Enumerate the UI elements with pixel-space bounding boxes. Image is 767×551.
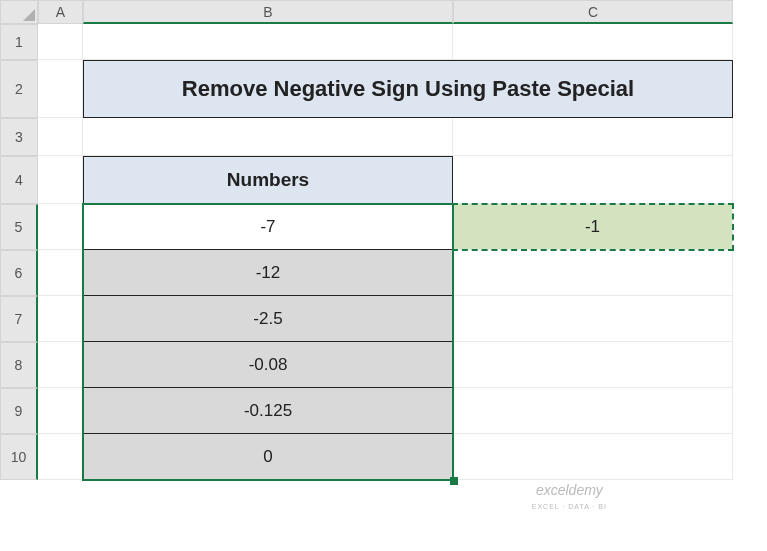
cell-C8[interactable] <box>453 342 733 388</box>
cell-A3[interactable] <box>38 118 83 156</box>
cell-B1[interactable] <box>83 24 453 60</box>
row-header-9[interactable]: 9 <box>0 388 38 434</box>
cell-A1[interactable] <box>38 24 83 60</box>
cell-B10[interactable]: 0 <box>83 434 453 480</box>
row-header-1[interactable]: 1 <box>0 24 38 60</box>
cell-B5[interactable]: -7 <box>83 204 453 250</box>
cell-C4[interactable] <box>453 156 733 204</box>
cell-C7[interactable] <box>453 296 733 342</box>
col-header-C[interactable]: C <box>453 0 733 24</box>
cell-B3[interactable] <box>83 118 453 156</box>
row-header-8[interactable]: 8 <box>0 342 38 388</box>
col-header-B[interactable]: B <box>83 0 453 24</box>
row-header-10[interactable]: 10 <box>0 434 38 480</box>
spreadsheet-grid: A B C 1 2 Remove Negative Sign Using Pas… <box>0 0 767 480</box>
row-header-6[interactable]: 6 <box>0 250 38 296</box>
row-header-7[interactable]: 7 <box>0 296 38 342</box>
cell-A6[interactable] <box>38 250 83 296</box>
cell-C3[interactable] <box>453 118 733 156</box>
cell-B9[interactable]: -0.125 <box>83 388 453 434</box>
row-header-2[interactable]: 2 <box>0 60 38 118</box>
cell-A5[interactable] <box>38 204 83 250</box>
cell-C10[interactable] <box>453 434 733 480</box>
watermark-sub: EXCEL · DATA · BI <box>532 503 607 510</box>
title-cell[interactable]: Remove Negative Sign Using Paste Special <box>83 60 733 118</box>
select-all-corner[interactable] <box>0 0 38 24</box>
cell-B8[interactable]: -0.08 <box>83 342 453 388</box>
cell-C5[interactable]: -1 <box>453 204 733 250</box>
row-header-3[interactable]: 3 <box>0 118 38 156</box>
cell-C1[interactable] <box>453 24 733 60</box>
cell-A7[interactable] <box>38 296 83 342</box>
cell-C9[interactable] <box>453 388 733 434</box>
watermark-text: exceldemy <box>536 482 603 498</box>
watermark: exceldemy EXCEL · DATA · BI <box>532 483 607 511</box>
cell-B6[interactable]: -12 <box>83 250 453 296</box>
cell-A4[interactable] <box>38 156 83 204</box>
row-header-4[interactable]: 4 <box>0 156 38 204</box>
cell-C6[interactable] <box>453 250 733 296</box>
col-header-A[interactable]: A <box>38 0 83 24</box>
cell-B7[interactable]: -2.5 <box>83 296 453 342</box>
cell-A9[interactable] <box>38 388 83 434</box>
cell-A8[interactable] <box>38 342 83 388</box>
cell-A10[interactable] <box>38 434 83 480</box>
selection-fill-handle[interactable] <box>450 477 458 485</box>
numbers-header[interactable]: Numbers <box>83 156 453 204</box>
row-header-5[interactable]: 5 <box>0 204 38 250</box>
cell-A2[interactable] <box>38 60 83 118</box>
